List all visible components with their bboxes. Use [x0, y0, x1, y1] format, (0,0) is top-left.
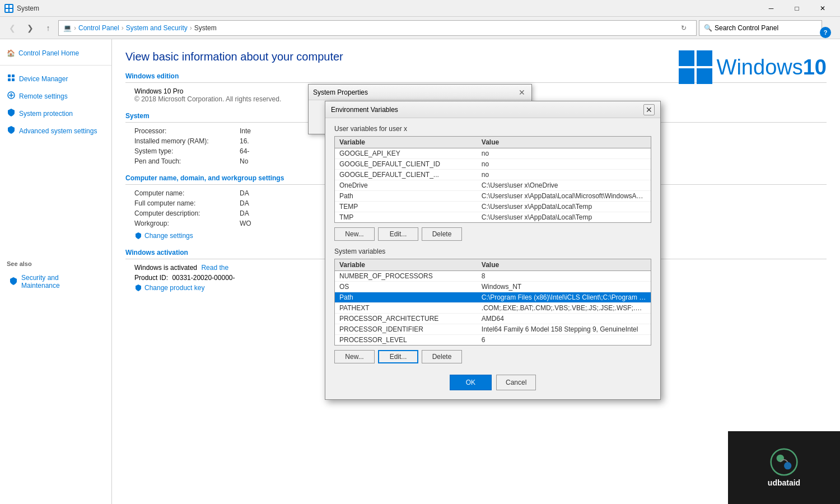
svg-point-13	[771, 449, 797, 475]
sys-var-name: PROCESSOR_LEVEL	[335, 335, 477, 346]
svg-rect-12	[697, 68, 712, 84]
sys-var-name: OS	[335, 282, 477, 292]
svg-rect-6	[8, 78, 11, 81]
user-var-row[interactable]: OneDriveC:\Users\user x\OneDrive	[335, 180, 651, 191]
env-ok-button[interactable]: OK	[450, 375, 492, 390]
sys-var-row[interactable]: OSWindows_NT	[335, 282, 651, 292]
sys-var-name: PROCESSOR_ARCHITECTURE	[335, 314, 477, 324]
user-var-row[interactable]: GOOGLE_API_KEYno	[335, 148, 651, 159]
user-variables-buttons: New... Edit... Delete	[334, 227, 651, 241]
breadcrumb-system: System	[194, 24, 217, 32]
user-var-value: C:\Users\user x\AppData\Local\Microsoft\…	[477, 191, 651, 202]
sys-var-value: C:\Program Files (x86)\Intel\iCLS Client…	[477, 292, 651, 303]
sidebar-divider-1	[0, 65, 111, 66]
svg-rect-0	[6, 5, 8, 8]
user-new-button[interactable]: New...	[334, 227, 375, 241]
svg-rect-1	[10, 5, 12, 8]
svg-rect-11	[679, 68, 694, 84]
user-variables-table: Variable Value GOOGLE_API_KEYnoGOOGLE_DE…	[335, 137, 651, 223]
sys-var-row[interactable]: PROCESSOR_IDENTIFIERIntel64 Family 6 Mod…	[335, 324, 651, 335]
user-edit-button[interactable]: Edit...	[378, 227, 418, 241]
sys-delete-button[interactable]: Delete	[422, 350, 462, 363]
sidebar-item-system-protection[interactable]: System protection	[0, 105, 111, 122]
svg-rect-10	[697, 50, 712, 66]
refresh-button[interactable]: ↻	[676, 20, 692, 36]
back-button[interactable]: ❮	[4, 20, 20, 36]
sidebar-item-remote-settings[interactable]: Remote settings	[0, 87, 111, 105]
sys-var-row[interactable]: PathC:\Program Files (x86)\Intel\iCLS Cl…	[335, 292, 651, 303]
user-var-value: no	[477, 170, 651, 180]
sys-var-name: Path	[335, 292, 477, 303]
title-bar: System ─ □ ✕	[0, 0, 840, 17]
windows-logo	[679, 50, 712, 84]
brand-text: udbataid	[768, 478, 800, 487]
sys-var-row[interactable]: PATHEXT.COM;.EXE;.BAT;.CMD;.VBS;.VBE;.JS…	[335, 303, 651, 314]
env-close-button[interactable]: ✕	[643, 104, 655, 115]
sys-new-button[interactable]: New...	[334, 350, 375, 363]
env-cancel-button[interactable]: Cancel	[496, 375, 536, 390]
sidebar-item-advanced-settings[interactable]: Advanced system settings	[0, 122, 111, 139]
security-maintenance-label: Security and Maintenance	[21, 274, 98, 290]
system-type-label: System type:	[134, 147, 235, 155]
sys-var-value: Intel64 Family 6 Model 158 Stepping 9, G…	[477, 324, 651, 335]
user-delete-button[interactable]: Delete	[422, 227, 462, 241]
sidebar-item-security-maintenance[interactable]: Security and Maintenance	[7, 270, 105, 293]
maximize-button[interactable]: □	[784, 0, 810, 17]
system-variables-buttons: New... Edit... Delete	[334, 350, 651, 363]
user-var-row[interactable]: TMPC:\Users\user x\AppData\Local\Temp	[335, 212, 651, 223]
sidebar-home-label: Control Panel Home	[18, 49, 79, 57]
user-var-name: Path	[335, 191, 477, 202]
sys-val-col: Value	[477, 259, 651, 271]
help-button[interactable]: ?	[820, 27, 831, 38]
user-var-row[interactable]: GOOGLE_DEFAULT_CLIENT_...no	[335, 170, 651, 180]
up-button[interactable]: ↑	[40, 20, 56, 36]
sys-var-value: AMD64	[477, 314, 651, 324]
sidebar-home[interactable]: 🏠 Control Panel Home	[0, 46, 111, 60]
sidebar-item-device-manager[interactable]: Device Manager	[0, 70, 111, 87]
minimize-button[interactable]: ─	[758, 0, 784, 17]
system-protection-label: System protection	[19, 110, 73, 118]
description-label: Computer description:	[134, 209, 235, 217]
home-icon: 🏠	[7, 49, 15, 57]
product-id-label: Product ID:	[134, 274, 168, 282]
user-var-row[interactable]: TEMPC:\Users\user x\AppData\Local\Temp	[335, 202, 651, 212]
system-variables-table-container[interactable]: Variable Value NUMBER_OF_PROCESSORS8OSWi…	[334, 259, 651, 346]
sys-var-name: PATHEXT	[335, 303, 477, 314]
breadcrumb-system-security[interactable]: System and Security	[126, 24, 188, 32]
sys-var-value: Windows_NT	[477, 282, 651, 292]
activated-text: Windows is activated	[134, 264, 197, 272]
user-var-row[interactable]: GOOGLE_DEFAULT_CLIENT_IDno	[335, 159, 651, 170]
user-variables-label: User variables for user x	[334, 125, 651, 133]
forward-button[interactable]: ❯	[22, 20, 38, 36]
processor-label: Processor:	[134, 127, 235, 135]
shield-icon-product	[134, 284, 142, 292]
product-id-value: 00331-20020-00000-	[172, 274, 235, 282]
search-input[interactable]	[715, 24, 817, 32]
device-manager-label: Device Manager	[19, 75, 68, 83]
address-bar: ❮ ❯ ↑ 💻 › Control Panel › System and Sec…	[0, 17, 840, 39]
user-var-value: C:\Users\user x\AppData\Local\Temp	[477, 202, 651, 212]
user-var-name: TEMP	[335, 202, 477, 212]
user-var-value: C:\Users\user x\OneDrive	[477, 180, 651, 191]
device-manager-icon	[7, 73, 16, 84]
window-title: System	[17, 4, 39, 12]
sys-var-row[interactable]: PROCESSOR_ARCHITECTUREAMD64	[335, 314, 651, 324]
user-variables-table-container[interactable]: Variable Value GOOGLE_API_KEYnoGOOGLE_DE…	[334, 136, 651, 223]
breadcrumb-control-panel[interactable]: Control Panel	[78, 24, 119, 32]
user-var-name: GOOGLE_API_KEY	[335, 148, 477, 159]
env-dialog-title-bar: Environment Variables ✕	[325, 101, 660, 118]
sys-var-row[interactable]: PROCESSOR_LEVEL6	[335, 335, 651, 346]
user-var-col: Variable	[335, 137, 477, 148]
svg-rect-4	[8, 74, 11, 77]
see-also-label: See also	[7, 260, 105, 267]
read-link[interactable]: Read the	[201, 264, 228, 272]
sys-edit-button[interactable]: Edit...	[378, 350, 418, 363]
close-button[interactable]: ✕	[810, 0, 836, 17]
remote-settings-icon	[7, 91, 16, 101]
user-var-row[interactable]: PathC:\Users\user x\AppData\Local\Micros…	[335, 191, 651, 202]
sys-var-row[interactable]: NUMBER_OF_PROCESSORS8	[335, 271, 651, 282]
sys-props-close[interactable]: ✕	[517, 87, 527, 97]
svg-rect-9	[679, 50, 694, 66]
ram-label: Installed memory (RAM):	[134, 137, 235, 145]
search-icon: 🔍	[704, 24, 712, 32]
